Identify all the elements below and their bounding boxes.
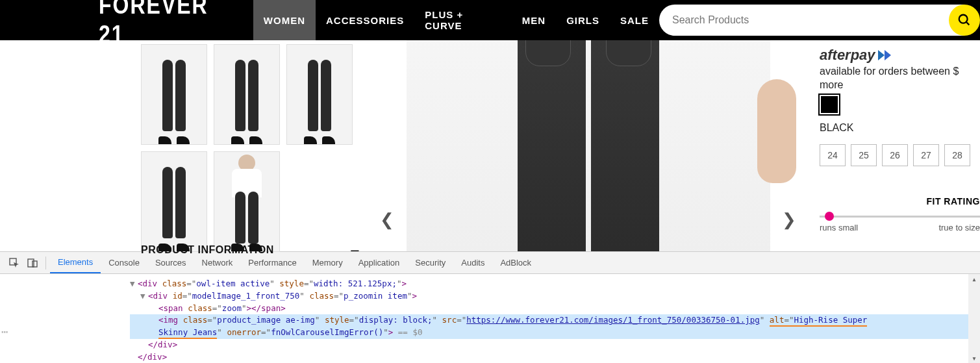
svg-marker-2 [878,50,885,60]
svg-marker-3 [885,50,891,60]
fit-label-left: runs small [820,223,858,232]
fit-slider[interactable] [820,216,980,218]
size-24[interactable]: 24 [820,144,846,166]
nav-item-plus-curve[interactable]: PLUS + CURVE [414,0,512,40]
fit-rating: FIT RATING runs small true to size [820,196,980,232]
devtools-tab-elements[interactable]: Elements [50,252,101,273]
thumbnail-grid [141,40,362,251]
code-line-4b-selected[interactable]: Skinny Jeans" onerror="fnOwlCarouselImgE… [130,327,980,339]
code-line-6[interactable]: </div> [130,351,980,364]
code-line-5[interactable]: </div> [130,339,980,351]
carousel-prev-button[interactable]: ❮ [377,210,397,229]
search-input[interactable] [659,5,964,36]
svg-point-0 [959,15,968,23]
scroll-up-icon[interactable]: ▴ [972,274,977,284]
product-information-heading[interactable]: PRODUCT INFORMATION – [141,242,362,258]
svg-rect-6 [32,261,37,267]
nav-item-girls[interactable]: GIRLS [556,0,610,40]
device-toolbar-icon[interactable] [23,254,42,272]
nav-item-men[interactable]: MEN [512,0,556,40]
code-line-3[interactable]: <span class="zoom"></span> [130,303,980,315]
fit-slider-thumb[interactable] [825,212,834,221]
size-25[interactable]: 25 [851,144,877,166]
brand-logo[interactable]: FOREVER 21 [99,0,240,49]
devtools-panel: Elements Console Sources Network Perform… [0,251,980,363]
nav-item-women[interactable]: WOMEN [253,0,316,40]
size-26[interactable]: 26 [882,144,908,166]
carousel-next-button[interactable]: ❯ [779,210,799,229]
devtools-tab-audits[interactable]: Audits [453,253,492,273]
devtools-tab-adblock[interactable]: AdBlock [492,253,539,273]
afterpay-arrows-icon [878,50,896,60]
code-line-1[interactable]: ▼<div class="owl-item active" style="wid… [130,278,980,290]
product-information-label: PRODUCT INFORMATION [141,244,274,256]
nav-item-sale[interactable]: SALE [610,0,659,40]
fit-rating-title: FIT RATING [820,196,980,207]
svg-line-1 [966,22,970,25]
nav-item-accessories[interactable]: ACCESSORIES [316,0,414,40]
thumbnail-1[interactable] [141,44,207,145]
devtools-elements-tree[interactable]: ⋯ ▼<div class="owl-item active" style="w… [0,274,980,363]
afterpay-more-link[interactable]: more [820,79,980,91]
search-icon [957,13,972,27]
size-27[interactable]: 27 [913,144,939,166]
scroll-down-icon[interactable]: ▾ [972,353,977,363]
code-line-4-selected[interactable]: <img class="product_image ae-img" style=… [130,314,980,327]
selected-color-label: BLACK [820,122,980,134]
thumbnail-5[interactable] [214,151,280,252]
thumbnail-2[interactable] [214,44,280,145]
thumbnail-3[interactable] [286,44,353,145]
collapse-icon: – [351,242,359,258]
search-wrap [659,5,980,36]
afterpay-logo: afterpay [820,47,980,64]
afterpay-availability-text: available for orders between $ [820,65,980,77]
search-button[interactable] [949,5,980,36]
color-swatch-black[interactable] [820,95,839,114]
main-product-image[interactable] [407,40,770,251]
size-selector: 24 25 26 27 28 [820,144,980,166]
nav-items: WOMEN ACCESSORIES PLUS + CURVE MEN GIRLS… [253,0,659,40]
fit-label-right: true to size [938,223,980,232]
main-image-carousel: ❮ ❯ [362,40,814,251]
size-28[interactable]: 28 [944,144,970,166]
thumbnail-4[interactable] [141,151,207,252]
product-page: PRODUCT INFORMATION – ❮ ❯ afterpay avail… [0,40,980,251]
ellipsis-icon: ⋯ [1,325,7,338]
navbar: FOREVER 21 WOMEN ACCESSORIES PLUS + CURV… [0,0,980,40]
devtools-scrollbar[interactable]: ▴▾ [968,274,980,363]
inspect-element-icon[interactable] [5,254,23,272]
product-options: afterpay available for orders between $ … [814,40,980,251]
devtools-tab-security[interactable]: Security [407,253,453,273]
code-line-2[interactable]: ▼<div id="modelImage_1_front_750" class=… [130,290,980,303]
color-swatch-row [820,95,980,117]
